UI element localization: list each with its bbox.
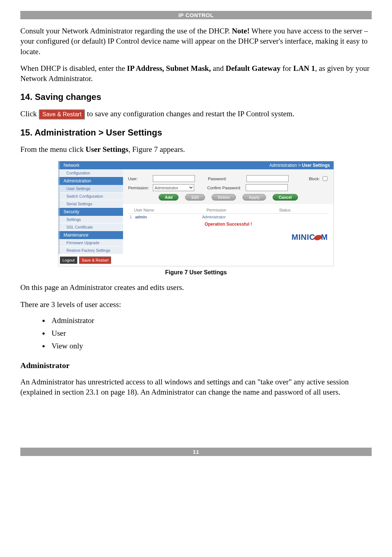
sidebar-item-configuration[interactable]: Configuration — [58, 169, 123, 177]
sidebar-head-security: Security — [58, 208, 123, 216]
sidebar-item-settings[interactable]: Settings — [58, 216, 123, 223]
sidebar-item-serial-settings[interactable]: Serial Settings — [58, 200, 123, 208]
text-bold: LAN 1 — [293, 64, 315, 73]
row-permission: Administrator — [202, 215, 275, 219]
page-footer-bar: 11 — [20, 448, 372, 456]
permission-select[interactable]: Administrator — [153, 184, 194, 191]
block-label: Block: — [309, 177, 320, 181]
main-panel: Administration > User Settings User: Pas… — [123, 161, 334, 266]
sidebar-item-user-settings[interactable]: User Settings — [58, 185, 123, 193]
sidebar-item-restore-factory[interactable]: Restore Factory Settings — [58, 247, 123, 254]
text: Click — [20, 109, 39, 118]
user-label: User: — [128, 177, 151, 181]
paragraph-dhcp-note: Consult your Network Administrator regar… — [20, 26, 372, 57]
text-bold: IP Address, Subnet Mask, — [127, 64, 211, 73]
text: to save any configuration changes and re… — [85, 109, 294, 118]
list-item: User — [49, 329, 372, 338]
save-restart-button[interactable]: Save & Restart — [79, 257, 111, 264]
row-index: 1. — [130, 215, 133, 219]
text: for — [281, 64, 293, 73]
logout-button[interactable]: Logout — [60, 257, 77, 264]
text: When DHCP is disabled, enter the — [20, 64, 127, 73]
brand-text-left: MINIC — [291, 233, 315, 242]
password-input[interactable] — [246, 175, 289, 182]
note-bold: Note! — [232, 27, 250, 35]
confirm-password-label: Confirm Password: — [207, 186, 244, 190]
operation-message: Operation Successful ! — [128, 222, 328, 227]
text: Consult your Network Administrator regar… — [20, 27, 232, 35]
list-item: Administrator — [49, 316, 372, 325]
page-header-bar: IP CONTROL — [20, 11, 372, 19]
subheading-administrator: Administrator — [20, 361, 372, 370]
block-checkbox[interactable] — [323, 176, 327, 181]
text: , Figure 7 appears. — [128, 145, 185, 154]
sidebar-item-ssl-certificate[interactable]: SSL Certificate — [58, 223, 123, 231]
user-form: User: Password: Block: Permission: Admin… — [123, 169, 334, 204]
sidebar-item-switch-configuration[interactable]: Switch Configuration — [58, 193, 123, 200]
form-button-row: Add Edit Delete Apply Cancel — [128, 194, 328, 201]
paragraph-from-menu: From the menu click User Settings, Figur… — [20, 144, 372, 154]
text-bold: User Settings — [86, 145, 128, 154]
list-item: View only — [49, 342, 372, 351]
breadcrumb-sep: > — [297, 163, 302, 168]
apply-button[interactable]: Apply — [242, 194, 266, 201]
sidebar-head-maintenance: Maintenance — [58, 231, 123, 239]
figure-7: Network Configuration Administration Use… — [58, 161, 334, 276]
col-permission: Permission — [207, 208, 279, 212]
col-status: Status — [279, 208, 328, 212]
figure-caption: Figure 7 User Settings — [58, 269, 334, 276]
breadcrumb: Administration > User Settings — [123, 161, 334, 169]
user-input[interactable] — [153, 175, 195, 182]
heading-admin-user-settings: 15. Administration > User Settings — [20, 128, 372, 138]
sidebar-head-network: Network — [58, 161, 123, 169]
sidebar-head-administration: Administration — [58, 177, 123, 185]
edit-button[interactable]: Edit — [185, 194, 205, 201]
text: and — [211, 64, 226, 73]
sidebar-bottom: Logout Save & Restart — [58, 254, 123, 266]
breadcrumb-page: User Settings — [302, 163, 330, 168]
password-label: Password: — [208, 177, 244, 181]
brand-row: MINICM — [123, 229, 334, 246]
table-row[interactable]: 1.admin Administrator — [128, 214, 328, 220]
user-settings-ui: Network Configuration Administration Use… — [58, 161, 334, 266]
row-username: admin — [135, 215, 147, 219]
row-status — [275, 215, 328, 219]
paragraph-click-save: Click Save & Restart to save any configu… — [20, 109, 372, 120]
text: From the menu click — [20, 145, 86, 154]
delete-button[interactable]: Delete — [212, 194, 236, 201]
heading-saving-changes: 14. Saving changes — [20, 92, 372, 102]
paragraph-dhcp-disabled: When DHCP is disabled, enter the IP Addr… — [20, 63, 372, 84]
access-levels-list: Administrator User View only — [42, 316, 372, 351]
cancel-button[interactable]: Cancel — [273, 194, 298, 201]
paragraph-on-this-page: On this page an Administrator creates an… — [20, 282, 372, 292]
text-bold: Default Gateway — [226, 64, 281, 73]
brand-logo: MINICM — [291, 233, 328, 242]
sidebar: Network Configuration Administration Use… — [58, 161, 123, 266]
breadcrumb-section: Administration — [269, 163, 297, 168]
sidebar-item-firmware-upgrade[interactable]: Firmware Upgrade — [58, 239, 123, 247]
user-table: User Name Permission Status 1.admin Admi… — [123, 204, 334, 229]
permission-label: Permission: — [128, 186, 151, 190]
save-restart-button-image: Save & Restart — [39, 109, 85, 120]
confirm-password-input[interactable] — [246, 184, 288, 191]
paragraph-administrator-desc: An Administrator has unrestricted access… — [20, 377, 372, 397]
add-button[interactable]: Add — [159, 194, 179, 201]
table-header: User Name Permission Status — [128, 208, 328, 214]
col-username: User Name — [128, 208, 207, 212]
paragraph-three-levels: There are 3 levels of user access: — [20, 299, 372, 310]
